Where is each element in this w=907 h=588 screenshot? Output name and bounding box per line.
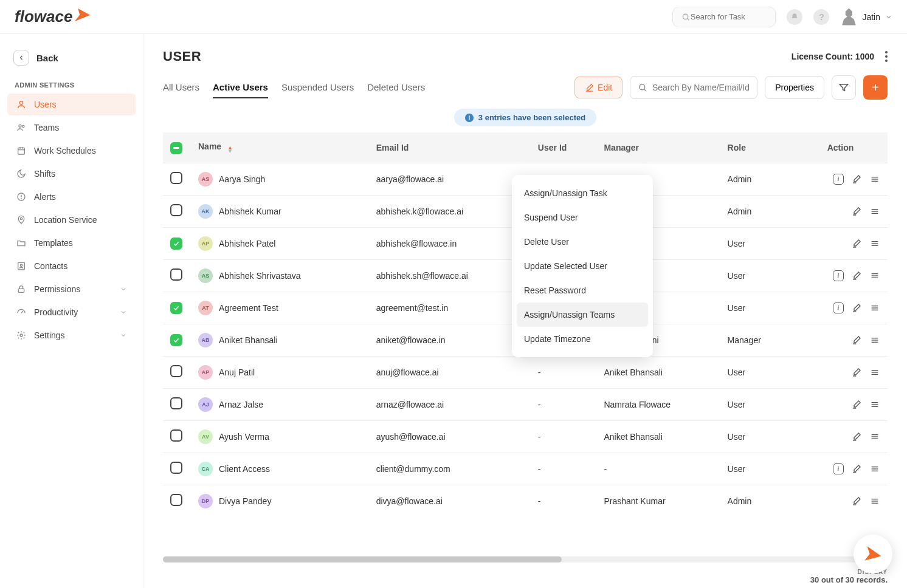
row-checkbox[interactable]	[170, 238, 182, 250]
row-checkbox[interactable]	[170, 172, 182, 184]
info-button[interactable]: i	[833, 174, 844, 185]
sidebar-item-settings[interactable]: Settings	[7, 324, 136, 346]
row-menu-button[interactable]	[869, 270, 880, 281]
row-checkbox[interactable]	[170, 268, 182, 281]
help-float-button[interactable]: ➤	[854, 535, 892, 573]
row-menu-button[interactable]	[869, 174, 880, 185]
horizontal-scrollbar[interactable]	[163, 556, 888, 562]
row-menu-button[interactable]	[869, 335, 880, 346]
sidebar-item-location-service[interactable]: Location Service	[7, 209, 136, 231]
edit-button[interactable]: Edit	[574, 77, 622, 98]
row-checkbox[interactable]	[170, 365, 182, 377]
edit-row-button[interactable]	[851, 335, 862, 346]
tab-suspended-users[interactable]: Suspended Users	[281, 77, 354, 98]
tab-all-users[interactable]: All Users	[163, 77, 199, 98]
col-userid[interactable]: User Id	[531, 132, 597, 163]
user-menu[interactable]: Jatin	[840, 9, 892, 26]
sidebar-item-permissions[interactable]: Permissions	[7, 278, 136, 300]
tab-active-users[interactable]: Active Users	[213, 77, 268, 98]
col-email[interactable]: Email Id	[369, 132, 531, 163]
col-role[interactable]: Role	[720, 132, 793, 163]
row-menu-button[interactable]	[869, 238, 880, 249]
row-checkbox[interactable]	[170, 494, 182, 506]
back-button[interactable]: Back	[7, 46, 136, 69]
svg-point-11	[21, 199, 22, 199]
menu-icon	[870, 335, 880, 345]
pencil-icon	[852, 400, 861, 409]
edit-row-button[interactable]	[851, 367, 862, 378]
row-checkbox[interactable]	[170, 302, 182, 314]
sidebar-item-templates[interactable]: Templates	[7, 232, 136, 254]
row-menu-button[interactable]	[869, 303, 880, 313]
sidebar-item-teams[interactable]: Teams	[7, 117, 136, 138]
user-avatar: AB	[198, 333, 213, 347]
edit-row-button[interactable]	[851, 174, 862, 185]
dropdown-item-suspend-user[interactable]: Suspend User	[512, 205, 653, 230]
sidebar-item-shifts[interactable]: Shifts	[7, 163, 136, 185]
select-all-checkbox[interactable]	[170, 142, 182, 154]
user-search-input[interactable]	[652, 83, 750, 92]
row-checkbox[interactable]	[170, 462, 182, 474]
dropdown-item-update-selected-user[interactable]: Update Selected User	[512, 254, 653, 278]
sidebar-item-label: Settings	[34, 330, 65, 340]
col-manager[interactable]: Manager	[596, 132, 720, 163]
row-checkbox[interactable]	[170, 397, 182, 409]
sidebar-item-label: Teams	[34, 123, 59, 132]
scrollbar-thumb[interactable]	[163, 556, 562, 562]
edit-row-button[interactable]	[851, 303, 862, 313]
user-role: User	[720, 227, 793, 259]
edit-row-button[interactable]	[851, 399, 862, 410]
user-role: User	[720, 453, 793, 485]
user-search[interactable]	[630, 76, 757, 99]
user-name: Aniket Bhansali	[219, 335, 278, 345]
edit-label: Edit	[598, 83, 612, 92]
global-search[interactable]	[672, 7, 776, 27]
svg-point-4	[22, 125, 24, 127]
user-icon	[16, 100, 27, 109]
dropdown-item-update-timezone[interactable]: Update Timezone	[512, 327, 653, 351]
sidebar-item-work-schedules[interactable]: Work Schedules	[7, 140, 136, 162]
col-name[interactable]: Name ▲▼	[191, 132, 369, 163]
sidebar-item-users[interactable]: Users	[7, 94, 136, 115]
help-button[interactable]: ?	[813, 9, 829, 25]
add-user-button[interactable]: +	[863, 75, 888, 100]
user-email: agreement@test.in	[369, 292, 531, 324]
edit-row-button[interactable]	[851, 496, 862, 507]
edit-row-button[interactable]	[851, 431, 862, 442]
chevron-down-icon	[885, 13, 892, 21]
edit-row-button[interactable]	[851, 463, 862, 474]
sidebar-item-alerts[interactable]: Alerts	[7, 186, 136, 208]
edit-row-button[interactable]	[851, 206, 862, 217]
row-menu-button[interactable]	[869, 206, 880, 217]
sidebar-item-contacts[interactable]: Contacts	[7, 255, 136, 277]
dropdown-item-assign-unassign-task[interactable]: Assign/Unassign Task	[512, 181, 653, 205]
properties-button[interactable]: Properties	[765, 76, 824, 99]
row-menu-button[interactable]	[869, 399, 880, 410]
alert-icon	[16, 192, 27, 202]
row-menu-button[interactable]	[869, 431, 880, 442]
row-checkbox[interactable]	[170, 204, 182, 216]
row-menu-button[interactable]	[869, 463, 880, 474]
edit-row-button[interactable]	[851, 238, 862, 249]
info-icon: i	[465, 114, 474, 122]
edit-row-button[interactable]	[851, 270, 862, 281]
row-menu-button[interactable]	[869, 496, 880, 507]
info-button[interactable]: i	[833, 463, 844, 474]
menu-icon	[870, 271, 880, 281]
row-checkbox[interactable]	[170, 429, 182, 442]
row-menu-button[interactable]	[869, 367, 880, 378]
global-search-input[interactable]	[691, 12, 767, 21]
dropdown-item-delete-user[interactable]: Delete User	[512, 230, 653, 254]
row-checkbox[interactable]	[170, 334, 182, 346]
pencil-icon	[852, 432, 861, 442]
sidebar-item-productivity[interactable]: Productivity	[7, 301, 136, 323]
info-button[interactable]: i	[833, 303, 844, 313]
filter-button[interactable]	[832, 75, 856, 100]
notifications-button[interactable]	[787, 9, 802, 25]
more-options-button[interactable]	[885, 51, 888, 62]
tab-deleted-users[interactable]: Deleted Users	[367, 77, 425, 98]
info-button[interactable]: i	[833, 270, 844, 281]
dropdown-item-assign-unassign-teams[interactable]: Assign/Unassign Teams	[517, 303, 648, 327]
menu-icon	[870, 400, 880, 409]
dropdown-item-reset-password[interactable]: Reset Password	[512, 278, 653, 303]
